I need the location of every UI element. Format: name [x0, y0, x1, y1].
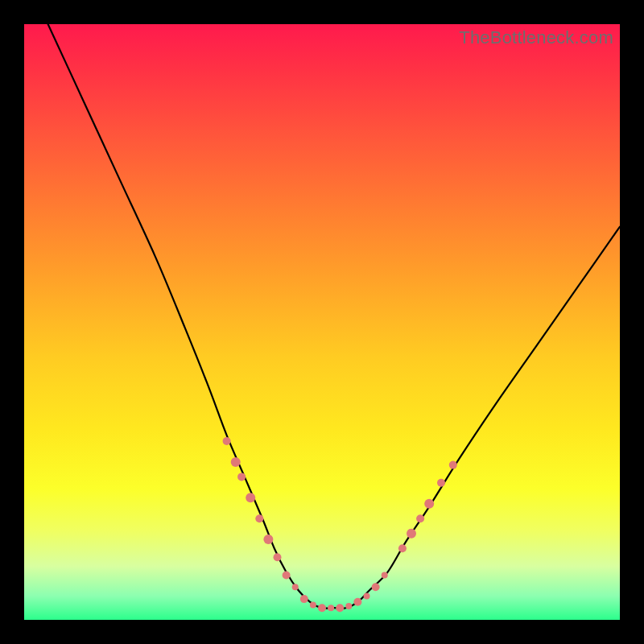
curve-marker	[263, 535, 273, 544]
curve-markers	[223, 437, 457, 612]
curve-marker	[223, 437, 231, 445]
chart-plot-area: TheBottleneck.com	[24, 24, 620, 620]
curve-marker	[416, 514, 424, 522]
curve-marker	[318, 604, 326, 612]
curve-marker	[328, 605, 334, 611]
curve-marker	[310, 602, 316, 609]
curve-marker	[336, 604, 344, 612]
curve-marker	[255, 514, 263, 522]
curve-marker	[353, 598, 361, 606]
curve-marker	[407, 529, 416, 539]
curve-marker	[449, 461, 457, 469]
bottleneck-curve-path	[48, 24, 620, 609]
curve-marker	[372, 583, 380, 591]
curve-marker	[364, 592, 370, 599]
curve-marker	[300, 595, 308, 603]
curve-marker	[437, 479, 445, 487]
curve-marker	[424, 499, 434, 509]
curve-marker	[345, 603, 352, 609]
curve-marker	[382, 572, 388, 579]
watermark-text: TheBottleneck.com	[459, 27, 613, 48]
curve-marker	[398, 544, 407, 552]
chart-svg	[24, 24, 620, 620]
curve-marker	[246, 493, 255, 502]
curve-marker	[274, 553, 282, 561]
curve-marker	[292, 584, 299, 590]
curve-marker	[231, 457, 241, 467]
curve-marker	[237, 473, 246, 481]
curve-marker	[283, 572, 291, 580]
